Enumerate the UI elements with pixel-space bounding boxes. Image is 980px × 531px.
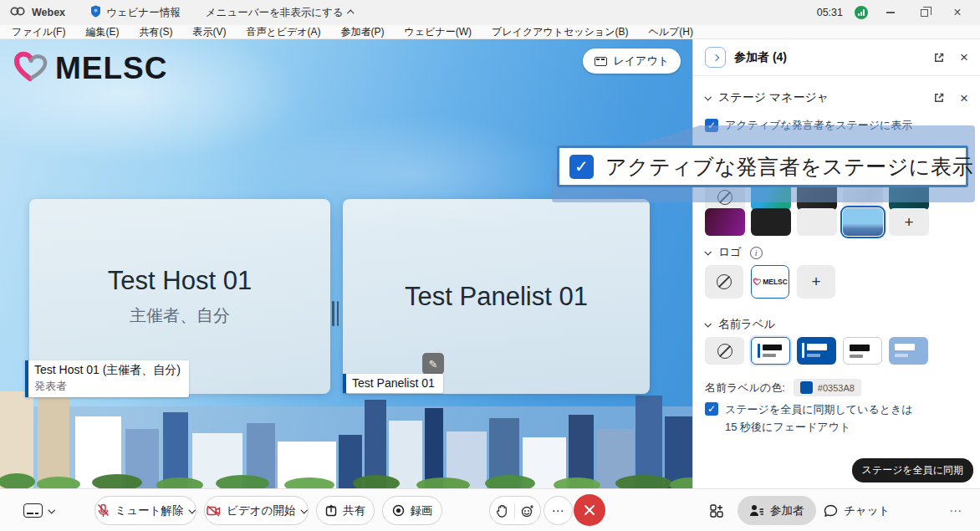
closed-captions-icon — [23, 503, 43, 518]
background-thumb-city-selected[interactable] — [843, 208, 883, 236]
reactions-group — [489, 496, 541, 525]
sync-fade-checkbox-row[interactable]: ✓ ステージを全員に同期しているときは — [705, 402, 913, 417]
background-thumb-purple[interactable] — [705, 208, 745, 236]
mic-muted-icon — [97, 503, 110, 518]
menu-edit[interactable]: 編集(E) — [85, 25, 119, 39]
participants-panel-title: 参加者 (4) — [734, 50, 787, 65]
menu-webinar[interactable]: ウェビナー(W) — [405, 25, 472, 39]
color-picker-chip[interactable]: #0353A8 — [794, 379, 861, 396]
apps-button[interactable] — [709, 496, 724, 525]
webinar-info-button[interactable]: ウェビナー情報 — [90, 5, 181, 20]
right-sidebar: 参加者 (4) × ステージ マネージャ × ✓ アクティブな発言者をステージに… — [692, 39, 980, 488]
name-label-color-row: 名前ラベルの色: #0353A8 — [705, 379, 861, 396]
popout-icon[interactable] — [933, 52, 945, 64]
chevron-down-icon — [189, 507, 196, 513]
name-label-section-title: 名前ラベル — [718, 317, 775, 332]
close-window-button[interactable]: × — [947, 4, 968, 21]
nametag-panelist: Test Panelist 01 — [343, 374, 443, 393]
background-thumbs-row2: + — [705, 208, 929, 236]
webex-window: Webex ウェビナー情報 メニューバーを非表示にする 05:31 × ファイル… — [0, 0, 980, 531]
menu-view[interactable]: 表示(V) — [192, 25, 226, 39]
participants-icon — [749, 504, 764, 517]
popout-icon[interactable] — [933, 92, 945, 104]
close-x-icon — [583, 503, 596, 517]
chevron-up-icon — [347, 9, 354, 16]
brand-logo: MELSC — [12, 49, 168, 88]
clock-time: 05:31 — [817, 7, 843, 18]
tile-resize-handle[interactable] — [332, 301, 339, 326]
chevron-down-icon[interactable] — [704, 320, 711, 327]
brand-text: MELSC — [55, 51, 168, 86]
start-video-button[interactable]: ビデオの開始 — [204, 496, 309, 525]
shield-icon — [90, 5, 101, 20]
menu-share[interactable]: 共有(S) — [139, 25, 172, 39]
connection-quality-icon[interactable] — [855, 6, 868, 19]
minimize-button[interactable] — [880, 4, 901, 21]
stage-manager-header: ステージ マネージャ × — [693, 83, 980, 113]
background-thumb-plain[interactable] — [797, 208, 837, 236]
stage-manager-title: ステージ マネージャ — [718, 90, 829, 105]
record-icon — [392, 504, 405, 517]
reactions-smiley-icon[interactable] — [521, 504, 534, 518]
background-thumb-black2[interactable] — [751, 208, 791, 236]
menu-help[interactable]: ヘルプ(H) — [648, 25, 693, 39]
chevron-down-icon[interactable] — [704, 94, 711, 100]
menu-breakout[interactable]: ブレイクアウトセッション(B) — [492, 25, 628, 39]
expand-panel-button[interactable] — [705, 47, 726, 68]
name-label-style-2[interactable] — [797, 337, 836, 365]
logo-options-row: MELSC + — [705, 265, 835, 299]
melsc-heart-icon — [12, 49, 50, 88]
title-bar: Webex ウェビナー情報 メニューバーを非表示にする 05:31 × — [0, 0, 980, 25]
menu-audio-video[interactable]: 音声とビデオ(A) — [246, 25, 320, 39]
info-icon[interactable]: i — [750, 247, 763, 259]
captions-button[interactable] — [23, 496, 54, 525]
color-label: 名前ラベルの色: — [705, 380, 785, 396]
more-options-button[interactable]: ⋯ — [544, 496, 573, 525]
checkbox-checked[interactable]: ✓ — [705, 402, 718, 416]
add-background-button[interactable]: + — [889, 208, 929, 236]
restore-button[interactable] — [913, 4, 935, 21]
unmute-button[interactable]: ミュート解除 — [94, 496, 197, 525]
stage-area: MELSC レイアウト Test Host 01 主催者、自分 Test Pan… — [0, 39, 692, 488]
participants-panel-button[interactable]: 参加者 — [738, 496, 816, 525]
logo-none[interactable] — [705, 265, 743, 299]
menu-participants[interactable]: 参加者(P) — [341, 25, 385, 39]
menu-file[interactable]: ファイル(F) — [12, 25, 65, 39]
name-label-none[interactable] — [705, 337, 744, 365]
close-panel-icon[interactable]: × — [960, 50, 968, 64]
name-label-style-1-selected[interactable] — [751, 337, 790, 365]
layout-icon — [595, 57, 607, 66]
edit-name-button[interactable]: ✎ — [422, 353, 444, 375]
name-label-style-3[interactable] — [843, 337, 882, 365]
logo-melsc-selected[interactable]: MELSC — [751, 265, 789, 299]
leave-meeting-button[interactable] — [574, 494, 605, 526]
participants-panel-header: 参加者 (4) × — [693, 39, 980, 76]
more-panels-button[interactable]: ⋯ — [949, 496, 962, 525]
share-icon — [325, 504, 337, 517]
share-button[interactable]: 共有 — [316, 496, 375, 525]
name-label-style-4[interactable] — [889, 337, 928, 365]
chat-bubble-icon — [824, 504, 838, 518]
chevron-down-icon[interactable] — [704, 248, 711, 255]
sync-stage-button[interactable]: ステージを全員に同期 — [852, 458, 973, 482]
chat-panel-button[interactable]: チャット — [824, 496, 890, 525]
name-label-style-row — [705, 337, 928, 365]
apps-grid-icon — [709, 503, 724, 518]
layout-button[interactable]: レイアウト — [583, 49, 681, 74]
logo-section-header: ロゴ i — [705, 245, 763, 260]
record-button[interactable]: 録画 — [382, 496, 442, 525]
camera-off-icon — [207, 505, 221, 517]
close-panel-icon[interactable]: × — [960, 91, 968, 105]
sync-fade-label-line1: ステージを全員に同期しているときは — [725, 402, 913, 417]
raise-hand-icon[interactable] — [496, 504, 508, 518]
video-tile-panelist[interactable]: Test Panelist 01 — [343, 199, 650, 394]
hide-menubar-button[interactable]: メニューバーを非表示にする — [206, 6, 354, 20]
sync-fade-label-line2: 15 秒後にフェードアウト — [725, 420, 850, 435]
chevron-down-icon — [301, 507, 308, 513]
add-logo-button[interactable]: + — [797, 265, 835, 299]
menu-bar: ファイル(F) 編集(E) 共有(S) 表示(V) 音声とビデオ(A) 参加者(… — [0, 25, 980, 39]
city-skyline-image — [0, 383, 692, 488]
tile-panelist-name: Test Panelist 01 — [405, 282, 588, 312]
active-speaker-callout: ✓ アクティブな発言者をステージに表示 — [557, 146, 968, 187]
color-swatch — [800, 381, 813, 394]
